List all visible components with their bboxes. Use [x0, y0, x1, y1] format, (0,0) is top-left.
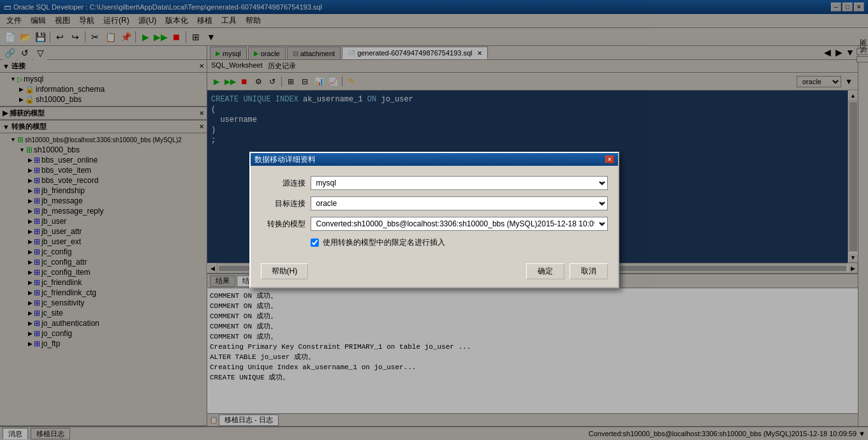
- source-label: 源连接: [261, 178, 305, 189]
- modal-title: 数据移动详细资料: [254, 154, 316, 165]
- qualified-name-checkbox[interactable]: [311, 238, 319, 247]
- footer-spacer: [313, 263, 520, 279]
- modal-body: 源连接 mysql 目标连接 oracle 转换的模型 Converted:sh…: [251, 166, 618, 258]
- model-select[interactable]: Converted:sh10000_bbs@localhost:3306:sh1…: [311, 217, 608, 231]
- source-select-wrapper: mysql: [311, 176, 608, 190]
- modal-dialog: 数据移动详细资料 ✕ 源连接 mysql 目标连接 oracle 转换的模型: [249, 152, 619, 288]
- modal-title-bar: 数据移动详细资料 ✕: [251, 153, 618, 166]
- model-label: 转换的模型: [261, 219, 305, 230]
- source-conn-row: 源连接 mysql: [261, 176, 608, 190]
- cancel-button[interactable]: 取消: [570, 263, 608, 279]
- target-label: 目标连接: [261, 198, 305, 209]
- modal-footer: 帮助(H) 确定 取消: [251, 258, 618, 287]
- checkbox-label[interactable]: 使用转换的模型中的限定名进行插入: [323, 237, 445, 248]
- ok-button[interactable]: 确定: [526, 263, 564, 279]
- checkbox-row: 使用转换的模型中的限定名进行插入: [261, 237, 608, 248]
- model-select-wrapper: Converted:sh10000_bbs@localhost:3306:sh1…: [311, 217, 608, 231]
- target-select-wrapper: oracle: [311, 196, 608, 210]
- model-row: 转换的模型 Converted:sh10000_bbs@localhost:33…: [261, 217, 608, 231]
- target-connection-select[interactable]: oracle: [311, 196, 608, 210]
- modal-overlay[interactable]: 数据移动详细资料 ✕ 源连接 mysql 目标连接 oracle 转换的模型: [0, 0, 868, 440]
- target-conn-row: 目标连接 oracle: [261, 196, 608, 210]
- source-connection-select[interactable]: mysql: [311, 176, 608, 190]
- modal-close-button[interactable]: ✕: [605, 156, 614, 163]
- help-button[interactable]: 帮助(H): [261, 263, 309, 279]
